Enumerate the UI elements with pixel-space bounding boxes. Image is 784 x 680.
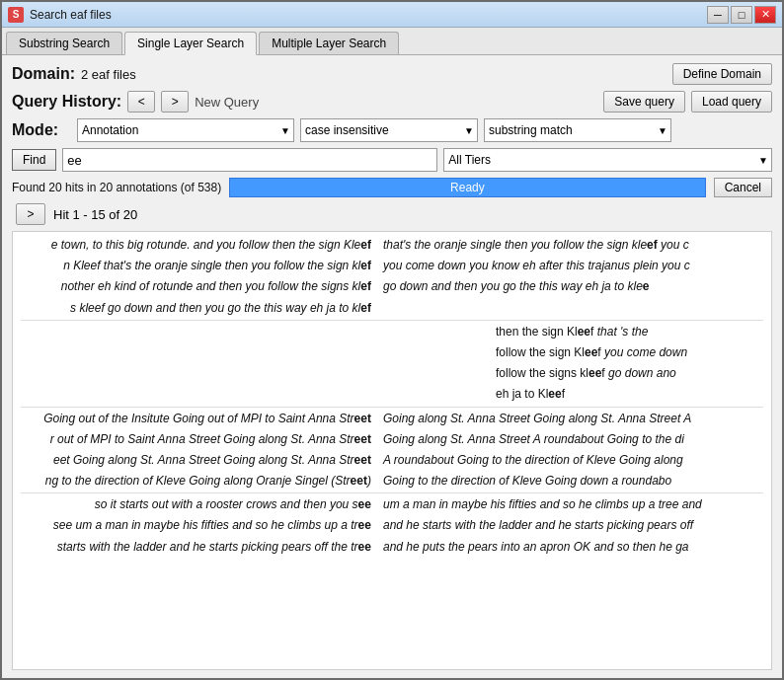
match-select-wrap: substring match ▼ [484, 118, 671, 142]
result-left: eet Going along St. Anna Street Going al… [21, 451, 377, 470]
list-item: n Kleef that's the oranje single then yo… [21, 257, 763, 275]
result-right: go down and then you go the this way eh … [377, 277, 763, 296]
find-row: Find All Tiers ▼ [12, 148, 772, 172]
status-text: Found 20 hits in 20 annotations (of 538) [12, 181, 221, 194]
list-item: r out of MPI to Saint Anna Street Going … [21, 430, 763, 449]
title-bar: S Search eaf files ─ □ ✕ [2, 2, 782, 28]
annotation-select[interactable]: Annotation [77, 118, 294, 142]
next-query-button[interactable]: > [161, 91, 189, 113]
result-left [21, 323, 377, 341]
result-right: um a man in maybe his fifties and so he … [377, 495, 763, 514]
content-area: Substring Search Single Layer Search Mul… [2, 28, 782, 678]
annotation-select-wrap: Annotation ▼ [77, 118, 294, 142]
match-select[interactable]: substring match [484, 118, 671, 142]
tab-single-layer-search[interactable]: Single Layer Search [124, 32, 257, 55]
query-history-row: Query History: < > New Query Save query … [12, 91, 772, 113]
find-button[interactable]: Find [12, 149, 56, 171]
list-item: then the sign Kleef that 's the [21, 323, 763, 341]
result-right: and he starts with the ladder and he sta… [377, 516, 763, 535]
result-right: then the sign Kleef that 's the [377, 323, 763, 341]
search-input[interactable] [62, 148, 437, 172]
result-left: so it starts out with a rooster crows an… [21, 495, 377, 514]
result-left: starts with the ladder and he starts pic… [21, 538, 377, 557]
define-domain-button[interactable]: Define Domain [672, 63, 772, 85]
result-left: nother eh kind of rotunde and then you f… [21, 277, 377, 296]
result-right: that's the oranje single then you follow… [377, 236, 763, 255]
list-item: starts with the ladder and he starts pic… [21, 538, 763, 557]
cancel-button[interactable]: Cancel [714, 178, 772, 197]
result-right: Going to the direction of Kleve Going do… [377, 472, 763, 491]
result-left: n Kleef that's the oranje single then yo… [21, 257, 377, 275]
result-right: follow the sign Kleef you come down [377, 343, 763, 362]
progress-label: Ready [450, 181, 485, 194]
new-query-label: New Query [195, 95, 259, 110]
list-item: so it starts out with a rooster crows an… [21, 495, 763, 514]
list-item: Going out of the Insitute Going out of M… [21, 410, 763, 428]
prev-query-button[interactable]: < [127, 91, 155, 113]
list-item: eh ja to Kleef [21, 385, 763, 404]
result-right [377, 299, 763, 318]
tab-bar: Substring Search Single Layer Search Mul… [2, 28, 782, 55]
list-item: eet Going along St. Anna Street Going al… [21, 451, 763, 470]
domain-value: 2 eaf files [81, 67, 666, 82]
tiers-select[interactable]: All Tiers [443, 148, 772, 172]
tiers-select-wrap: All Tiers ▼ [443, 148, 772, 172]
result-right: A roundabout Going to the direction of K… [377, 451, 763, 470]
list-item: follow the sign Kleef you come down [21, 343, 763, 362]
result-left: s kleef go down and then you go the this… [21, 299, 377, 318]
result-right: you come down you know eh after this tra… [377, 257, 763, 275]
result-right: and he puts the pears into an apron OK a… [377, 538, 763, 557]
results-area[interactable]: e town, to this big rotunde. and you fol… [12, 231, 772, 670]
maximize-button[interactable]: □ [731, 6, 752, 24]
query-history-label: Query History: [12, 93, 121, 111]
result-left [21, 385, 377, 404]
status-row: Found 20 hits in 20 annotations (of 538)… [12, 178, 772, 197]
domain-label: Domain: [12, 65, 75, 83]
result-right: follow the signs kleef go down ano [377, 364, 763, 383]
case-select[interactable]: case insensitive [300, 118, 478, 142]
hit-info: Hit 1 - 15 of 20 [53, 207, 137, 222]
result-left: Going out of the Insitute Going out of M… [21, 410, 377, 428]
panel-content: Domain: 2 eaf files Define Domain Query … [2, 55, 782, 678]
minimize-button[interactable]: ─ [707, 6, 729, 24]
window-controls: ─ □ ✕ [707, 6, 776, 24]
tab-multiple-layer-search[interactable]: Multiple Layer Search [259, 32, 399, 54]
mode-row: Mode: Annotation ▼ case insensitive ▼ su… [12, 118, 772, 142]
list-item: nother eh kind of rotunde and then you f… [21, 277, 763, 296]
result-left [21, 343, 377, 362]
result-left: r out of MPI to Saint Anna Street Going … [21, 430, 377, 449]
window-icon: S [8, 7, 24, 23]
close-button[interactable]: ✕ [754, 6, 776, 24]
result-left: ng to the direction of Kleve Going along… [21, 472, 377, 491]
list-item: see um a man in maybe his fifties and so… [21, 516, 763, 535]
nav-row: > Hit 1 - 15 of 20 [12, 203, 772, 225]
main-window: S Search eaf files ─ □ ✕ Substring Searc… [0, 0, 784, 680]
result-right: eh ja to Kleef [377, 385, 763, 404]
case-select-wrap: case insensitive ▼ [300, 118, 478, 142]
result-right: Going along St. Anna Street A roundabout… [377, 430, 763, 449]
window-title: Search eaf files [30, 8, 707, 22]
list-item: follow the signs kleef go down ano [21, 364, 763, 383]
result-left: e town, to this big rotunde. and you fol… [21, 236, 377, 255]
tab-substring-search[interactable]: Substring Search [6, 32, 122, 54]
progress-bar: Ready [229, 178, 705, 197]
list-item: s kleef go down and then you go the this… [21, 299, 763, 318]
list-item: ng to the direction of Kleve Going along… [21, 472, 763, 491]
mode-label: Mode: [12, 121, 71, 139]
result-right: Going along St. Anna Street Going along … [377, 410, 763, 428]
next-hit-button[interactable]: > [16, 203, 45, 225]
load-query-button[interactable]: Load query [691, 91, 772, 113]
list-item: e town, to this big rotunde. and you fol… [21, 236, 763, 255]
save-query-button[interactable]: Save query [603, 91, 685, 113]
result-left: see um a man in maybe his fifties and so… [21, 516, 377, 535]
domain-row: Domain: 2 eaf files Define Domain [12, 63, 772, 85]
result-left [21, 364, 377, 383]
